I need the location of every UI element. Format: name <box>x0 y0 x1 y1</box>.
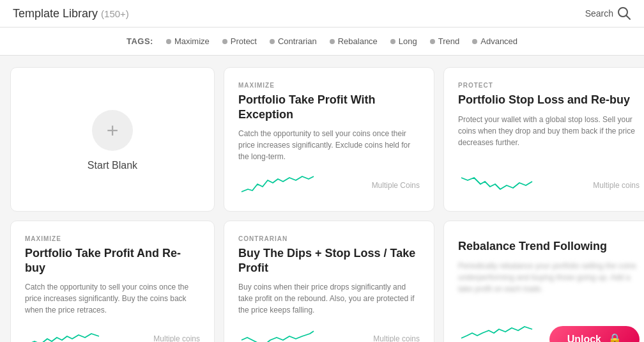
tag-protect[interactable]: Protect <box>222 36 257 46</box>
card-footer-1: Multiple Coins <box>238 171 420 199</box>
plus-icon: + <box>107 120 119 141</box>
card-title-2: Portfolio Stop Loss and Re-buy <box>458 93 640 107</box>
card-chart-4 <box>238 325 373 342</box>
card-title-1: Portfolio Take Profit With Exception <box>238 93 420 121</box>
tag-label-advanced: Advanced <box>480 36 518 46</box>
card-chart-2 <box>458 171 593 199</box>
card-coins-4: Multiple coins <box>373 334 420 342</box>
tag-label-trend: Trend <box>438 36 459 46</box>
card-title-4: Buy The Dips + Stop Loss / Take Profit <box>238 246 420 275</box>
blank-label: Start Blank <box>88 160 137 171</box>
tags-bar: TAGS: Maximize Protect Contrarian Rebala… <box>0 27 644 56</box>
template-grid: + Start Blank MAXIMIZE Portfolio Take Pr… <box>0 56 644 342</box>
unlock-label: Unlock <box>567 334 601 342</box>
card-footer-4: Multiple coins <box>238 325 420 342</box>
tag-dot-contrarian <box>270 39 275 44</box>
card-footer-3: Multiple coins <box>25 325 200 342</box>
svg-line-1 <box>627 16 631 20</box>
card-desc-1: Catch the opportunity to sell your coins… <box>238 128 420 162</box>
card-tag-1: MAXIMIZE <box>238 82 420 89</box>
tag-long[interactable]: Long <box>390 36 417 46</box>
card-desc-4: Buy coins when their price drops signifi… <box>238 281 420 316</box>
card-buy-dips[interactable]: CONTRARIAN Buy The Dips + Stop Loss / Ta… <box>224 221 434 342</box>
card-desc-2: Protect your wallet with a global stop l… <box>458 114 640 163</box>
card-chart-3 <box>25 325 153 342</box>
card-desc-3: Catch the opportunity to sell your coins… <box>25 281 200 316</box>
card-take-profit-rebuy[interactable]: MAXIMIZE Portfolio Take Profit And Re-bu… <box>10 221 215 342</box>
card-take-profit-exception[interactable]: MAXIMIZE Portfolio Take Profit With Exce… <box>224 67 434 212</box>
tag-rebalance[interactable]: Rebalance <box>330 36 378 46</box>
header: Template Library (150+) Search <box>0 0 644 27</box>
search-icon[interactable] <box>617 6 631 20</box>
tag-dot-trend <box>430 39 435 44</box>
tag-dot-long <box>390 39 395 44</box>
tag-dot-advanced <box>472 39 477 44</box>
card-tag-4: CONTRARIAN <box>238 235 420 242</box>
card-rebalance-trend[interactable]: Rebalance Trend Following Periodically r… <box>443 221 644 342</box>
card-coins-3: Multiple coins <box>153 334 200 342</box>
card-tag-2: PROTECT <box>458 82 640 89</box>
tags-label: TAGS: <box>126 36 153 46</box>
lock-icon: 🔒 <box>608 332 622 342</box>
plus-circle: + <box>92 110 133 151</box>
page-title: Template Library (150+) <box>13 7 129 20</box>
template-count: (150+) <box>101 8 129 19</box>
unlock-button[interactable]: Unlock 🔒 <box>549 326 640 342</box>
card-stop-loss-rebuy[interactable]: PROTECT Portfolio Stop Loss and Re-buy P… <box>443 67 644 212</box>
card-locked-footer: Unlock 🔒 <box>458 316 640 342</box>
card-coins-1: Multiple Coins <box>372 181 420 190</box>
tag-label-rebalance: Rebalance <box>338 36 378 46</box>
search-button[interactable]: Search <box>585 6 631 20</box>
tag-maximize[interactable]: Maximize <box>166 36 210 46</box>
tag-dot-rebalance <box>330 39 335 44</box>
card-desc-blurred-5: Periodically rebalance your portfolio se… <box>458 260 640 295</box>
card-title-5: Rebalance Trend Following <box>458 239 640 254</box>
tag-trend[interactable]: Trend <box>430 36 459 46</box>
card-chart-1 <box>238 171 372 199</box>
tag-label-contrarian: Contrarian <box>278 36 317 46</box>
tag-contrarian[interactable]: Contrarian <box>270 36 317 46</box>
card-chart-5 <box>458 320 535 342</box>
tag-advanced[interactable]: Advanced <box>472 36 518 46</box>
tag-label-long: Long <box>399 36 417 46</box>
card-footer-2: Multiple coins <box>458 171 640 199</box>
tag-label-maximize: Maximize <box>174 36 210 46</box>
tag-dot-protect <box>222 39 227 44</box>
card-tag-3: MAXIMIZE <box>25 235 200 242</box>
card-coins-2: Multiple coins <box>593 181 640 190</box>
search-label: Search <box>585 8 613 19</box>
card-title-3: Portfolio Take Profit And Re-buy <box>25 246 200 275</box>
tag-dot-maximize <box>166 39 171 44</box>
tag-label-protect: Protect <box>231 36 257 46</box>
card-start-blank[interactable]: + Start Blank <box>10 67 215 212</box>
